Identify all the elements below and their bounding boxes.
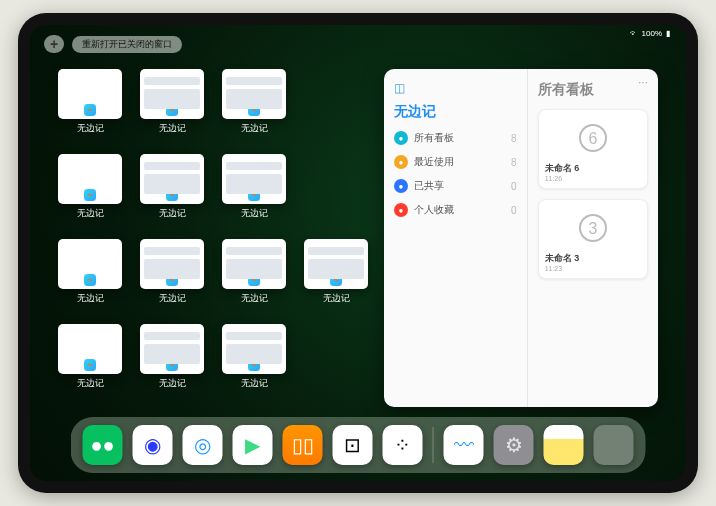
- sidebar-item[interactable]: ●最近使用8: [394, 155, 517, 169]
- status-bar: ᯤ 100% ▮: [630, 29, 670, 38]
- category-icon: ●: [394, 179, 408, 193]
- window-preview: [140, 239, 204, 289]
- dock-app-qqbrowser[interactable]: ◎: [183, 425, 223, 465]
- window-preview: [58, 324, 122, 374]
- category-icon: ●: [394, 203, 408, 217]
- board-time: 11:23: [545, 265, 641, 272]
- wifi-icon: ᯤ: [630, 29, 638, 38]
- dock-app-play[interactable]: ▶: [233, 425, 273, 465]
- freeform-app-icon: [165, 103, 179, 117]
- new-window-button[interactable]: +: [44, 35, 64, 53]
- sidebar-item[interactable]: ●所有看板8: [394, 131, 517, 145]
- category-count: 0: [511, 181, 517, 192]
- sidebar: ◫ 无边记 ●所有看板8●最近使用8●已共享0●个人收藏0: [384, 69, 528, 407]
- window-thumbnail[interactable]: 无边记: [58, 69, 122, 144]
- window-thumbnail[interactable]: 无边记: [140, 324, 204, 399]
- window-label: 无边记: [159, 207, 186, 220]
- window-preview: [140, 69, 204, 119]
- window-thumbnail[interactable]: 无边记: [140, 69, 204, 144]
- dock: ●●◉◎▶▯▯⊡⁘〰⚙: [71, 417, 646, 473]
- window-preview: [58, 239, 122, 289]
- dock-app-notes[interactable]: [544, 425, 584, 465]
- window-preview: [140, 154, 204, 204]
- freeform-app-icon: [329, 273, 343, 287]
- window-thumbnail[interactable]: 无边记: [222, 239, 286, 314]
- window-thumbnail[interactable]: 无边记: [222, 154, 286, 229]
- category-icon: ●: [394, 155, 408, 169]
- category-label: 个人收藏: [414, 203, 454, 217]
- boards-pane: 所有看板 6未命名 611:263未命名 311:23: [528, 69, 658, 407]
- battery-label: 100%: [642, 29, 662, 38]
- board-preview: 6: [545, 116, 641, 160]
- category-icon: ●: [394, 131, 408, 145]
- dock-separator: [433, 427, 434, 463]
- window-label: 无边记: [77, 292, 104, 305]
- window-thumbnail[interactable]: 无边记: [304, 239, 368, 314]
- board-card[interactable]: 6未命名 611:26: [538, 109, 648, 189]
- window-preview: [222, 324, 286, 374]
- ipad-screen: ᯤ 100% ▮ + 重新打开已关闭的窗口 无边记无边记无边记无边记无边记无边记…: [30, 25, 686, 481]
- window-label: 无边记: [159, 122, 186, 135]
- freeform-app-icon: [165, 358, 179, 372]
- window-label: 无边记: [77, 377, 104, 390]
- top-bar: + 重新打开已关闭的窗口: [44, 35, 182, 53]
- dock-app-quark[interactable]: ◉: [133, 425, 173, 465]
- window-preview: [304, 239, 368, 289]
- freeform-app-icon: [83, 188, 97, 202]
- dock-app-library[interactable]: [594, 425, 634, 465]
- category-label: 最近使用: [414, 155, 454, 169]
- window-label: 无边记: [323, 292, 350, 305]
- category-count: 0: [511, 205, 517, 216]
- dock-app-wechat[interactable]: ●●: [83, 425, 123, 465]
- board-time: 11:26: [545, 175, 641, 182]
- freeform-app-icon: [83, 273, 97, 287]
- window-thumbnail[interactable]: 无边记: [222, 324, 286, 399]
- category-count: 8: [511, 157, 517, 168]
- dock-app-dice[interactable]: ⊡: [333, 425, 373, 465]
- app-switcher-workspace: 无边记无边记无边记无边记无边记无边记无边记无边记无边记无边记无边记无边记无边记 …: [58, 69, 658, 407]
- window-label: 无边记: [241, 292, 268, 305]
- window-label: 无边记: [77, 207, 104, 220]
- window-preview: [140, 324, 204, 374]
- svg-text:3: 3: [588, 220, 597, 237]
- window-label: 无边记: [241, 207, 268, 220]
- battery-icon: ▮: [666, 29, 670, 38]
- dock-app-nodes[interactable]: ⁘: [383, 425, 423, 465]
- dock-app-books[interactable]: ▯▯: [283, 425, 323, 465]
- sidebar-title: 无边记: [394, 103, 517, 121]
- sidebar-item[interactable]: ●个人收藏0: [394, 203, 517, 217]
- window-preview: [222, 69, 286, 119]
- ipad-device-frame: ᯤ 100% ▮ + 重新打开已关闭的窗口 无边记无边记无边记无边记无边记无边记…: [18, 13, 698, 493]
- board-preview: 3: [545, 206, 641, 250]
- board-card[interactable]: 3未命名 311:23: [538, 199, 648, 279]
- dock-app-settings[interactable]: ⚙: [494, 425, 534, 465]
- window-thumbnail[interactable]: 无边记: [58, 239, 122, 314]
- freeform-app-icon: [247, 273, 261, 287]
- front-window-panel[interactable]: ··· ◫ 无边记 ●所有看板8●最近使用8●已共享0●个人收藏0 所有看板 6…: [384, 69, 658, 407]
- window-thumbnail[interactable]: 无边记: [222, 69, 286, 144]
- window-label: 无边记: [159, 377, 186, 390]
- svg-text:6: 6: [588, 130, 597, 147]
- window-label: 无边记: [77, 122, 104, 135]
- category-label: 已共享: [414, 179, 444, 193]
- dock-app-freeform[interactable]: 〰: [444, 425, 484, 465]
- window-preview: [222, 239, 286, 289]
- freeform-app-icon: [247, 358, 261, 372]
- window-thumbnail[interactable]: 无边记: [140, 239, 204, 314]
- window-label: 无边记: [241, 122, 268, 135]
- freeform-app-icon: [247, 188, 261, 202]
- freeform-app-icon: [165, 188, 179, 202]
- board-name: 未命名 3: [545, 252, 641, 265]
- board-name: 未命名 6: [545, 162, 641, 175]
- window-preview: [58, 69, 122, 119]
- sidebar-toggle-icon[interactable]: ◫: [394, 81, 517, 95]
- more-icon[interactable]: ···: [638, 75, 648, 89]
- reopen-closed-window-button[interactable]: 重新打开已关闭的窗口: [72, 36, 182, 53]
- freeform-app-icon: [83, 358, 97, 372]
- window-thumbnail[interactable]: 无边记: [58, 324, 122, 399]
- freeform-app-icon: [247, 103, 261, 117]
- window-thumbnail[interactable]: 无边记: [140, 154, 204, 229]
- sidebar-item[interactable]: ●已共享0: [394, 179, 517, 193]
- window-thumbnail[interactable]: 无边记: [58, 154, 122, 229]
- window-label: 无边记: [159, 292, 186, 305]
